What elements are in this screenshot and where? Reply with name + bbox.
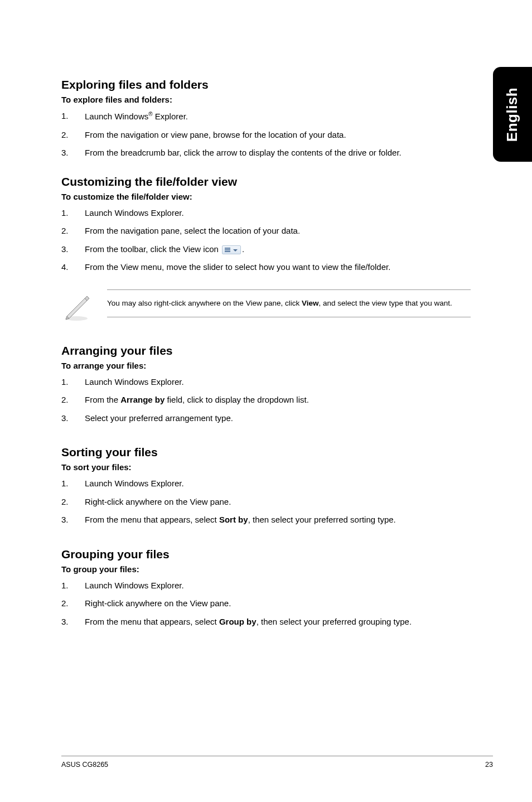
view-dropdown-icon <box>222 245 241 254</box>
section-title-sorting: Sorting your files <box>61 446 471 459</box>
section-title-arranging: Arranging your files <box>61 344 471 357</box>
section-title-customizing: Customizing the file/folder view <box>61 175 471 189</box>
step-number: 3. <box>61 514 85 526</box>
section-title-grouping: Grouping your files <box>61 548 471 561</box>
list-item: 1. Launch Windows Explorer. <box>61 477 471 490</box>
steps-arranging: 1. Launch Windows Explorer. 2. From the … <box>61 376 471 425</box>
list-item: 3. From the menu that appears, select So… <box>61 514 471 526</box>
list-item: 2. Right-click anywhere on the View pane… <box>61 496 471 509</box>
step-number: 1. <box>61 376 85 389</box>
step-number: 2. <box>61 129 85 142</box>
step-number: 1. <box>61 477 85 490</box>
step-number: 2. <box>61 597 85 610</box>
pencil-note-icon <box>61 289 91 324</box>
step-text: From the menu that appears, select Sort … <box>85 514 471 526</box>
list-item: 3. Select your preferred arrangement typ… <box>61 412 471 425</box>
list-item: 4. From the View menu, move the slider t… <box>61 261 471 274</box>
step-text: Right-click anywhere on the View pane. <box>85 597 471 610</box>
language-tab: English <box>493 67 532 162</box>
step-text: From the menu that appears, select Group… <box>85 616 471 629</box>
step-number: 1. <box>61 207 85 220</box>
step-text: From the View menu, move the slider to s… <box>85 261 471 274</box>
step-number: 2. <box>61 394 85 407</box>
list-item: 1. Launch Windows Explorer. <box>61 207 471 220</box>
step-text: From the navigation pane, select the loc… <box>85 225 471 238</box>
step-text: Launch Windows® Explorer. <box>85 110 471 123</box>
footer-product: ASUS CG8265 <box>61 761 108 769</box>
step-text: Launch Windows Explorer. <box>85 207 471 220</box>
step-number: 4. <box>61 261 85 274</box>
list-item: 2. From the navigation or view pane, bro… <box>61 129 471 142</box>
steps-exploring: 1. Launch Windows® Explorer. 2. From the… <box>61 110 471 160</box>
step-text: Select your preferred arrangement type. <box>85 412 471 425</box>
steps-customizing: 1. Launch Windows Explorer. 2. From the … <box>61 207 471 274</box>
section-title-exploring: Exploring files and folders <box>61 78 471 91</box>
step-text: From the toolbar, click the View icon . <box>85 243 471 256</box>
step-number: 3. <box>61 616 85 629</box>
note-block: You may also right-click anywhere on the… <box>61 289 471 324</box>
list-item: 2. From the Arrange by field, click to d… <box>61 394 471 407</box>
page-content: Exploring files and folders To explore f… <box>0 0 532 628</box>
section-subhead-customizing: To customize the file/folder view: <box>61 192 471 201</box>
step-number: 3. <box>61 147 85 160</box>
step-number: 3. <box>61 412 85 425</box>
page-footer: ASUS CG8265 23 <box>61 756 493 769</box>
step-text: Launch Windows Explorer. <box>85 579 471 592</box>
step-number: 2. <box>61 225 85 238</box>
list-item: 1. Launch Windows Explorer. <box>61 579 471 592</box>
steps-grouping: 1. Launch Windows Explorer. 2. Right-cli… <box>61 579 471 629</box>
footer-page-number: 23 <box>485 761 493 769</box>
list-item: 2. Right-click anywhere on the View pane… <box>61 597 471 610</box>
list-item: 1. Launch Windows Explorer. <box>61 376 471 389</box>
step-text: From the navigation or view pane, browse… <box>85 129 471 142</box>
step-text: Launch Windows Explorer. <box>85 477 471 490</box>
step-text: From the Arrange by field, click to disp… <box>85 394 471 407</box>
steps-sorting: 1. Launch Windows Explorer. 2. Right-cli… <box>61 477 471 526</box>
list-item: 2. From the navigation pane, select the … <box>61 225 471 238</box>
section-subhead-sorting: To sort your files: <box>61 462 471 472</box>
section-subhead-grouping: To group your files: <box>61 564 471 574</box>
step-text: Launch Windows Explorer. <box>85 376 471 389</box>
step-number: 3. <box>61 243 85 256</box>
note-text: You may also right-click anywhere on the… <box>107 289 471 317</box>
step-text: From the breadcrumb bar, click the arrow… <box>85 147 471 160</box>
list-item: 3. From the menu that appears, select Gr… <box>61 616 471 629</box>
list-item: 3. From the breadcrumb bar, click the ar… <box>61 147 471 160</box>
step-number: 1. <box>61 579 85 592</box>
section-subhead-arranging: To arrange your files: <box>61 361 471 370</box>
language-label: English <box>504 87 521 141</box>
list-item: 3. From the toolbar, click the View icon… <box>61 243 471 256</box>
step-number: 2. <box>61 496 85 509</box>
section-subhead-exploring: To explore files and folders: <box>61 95 471 104</box>
step-number: 1. <box>61 110 85 123</box>
step-text: Right-click anywhere on the View pane. <box>85 496 471 509</box>
registered-mark: ® <box>148 111 152 117</box>
list-item: 1. Launch Windows® Explorer. <box>61 110 471 123</box>
